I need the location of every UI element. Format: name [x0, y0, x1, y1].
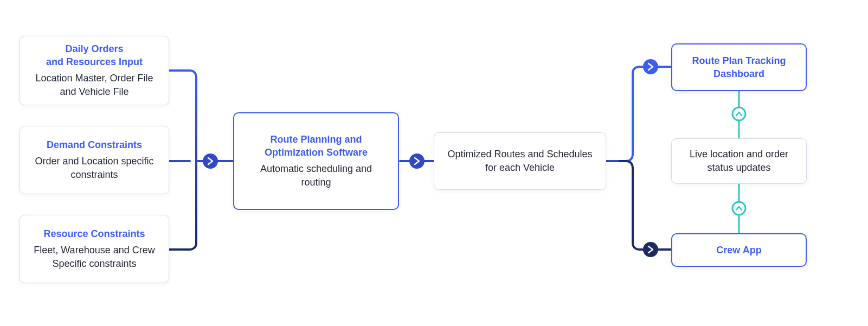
card-body: Optimized Routes and Schedules for each …	[446, 148, 594, 175]
svg-point-4	[203, 154, 218, 169]
card-title: Crew App	[684, 244, 794, 257]
chevron-right-icon	[643, 242, 658, 257]
card-body: Order and Location specific constraints	[32, 155, 157, 182]
card-body: Automatic scheduling and routing	[246, 162, 386, 189]
input-card-demand-constraints: Demand Constraints Order and Location sp…	[20, 126, 169, 194]
card-title: Daily Ordersand Resources Input	[32, 42, 157, 69]
card-live-status: Live location and order status updates	[671, 138, 807, 184]
card-crew-app: Crew App	[671, 233, 807, 267]
card-title: Route Planning and Optimization Software	[246, 133, 386, 159]
chevron-right-icon	[203, 154, 218, 169]
card-body: Location Master, Order File and Vehicle …	[32, 72, 157, 99]
card-optimized-routes: Optimized Routes and Schedules for each …	[434, 132, 606, 190]
card-body: Fleet, Warehouse and Crew Specific const…	[32, 244, 157, 271]
center-card-route-planning-software: Route Planning and Optimization Software…	[233, 112, 399, 210]
chevron-right-icon	[409, 154, 425, 169]
chevron-right-icon	[643, 59, 658, 74]
svg-point-14	[732, 107, 745, 120]
svg-point-13	[732, 202, 745, 215]
input-card-resource-constraints: Resource Constraints Fleet, Warehouse an…	[20, 215, 169, 283]
card-title: Route Plan Tracking Dashboard	[684, 54, 794, 81]
svg-point-6	[409, 154, 425, 169]
card-title: Demand Constraints	[32, 138, 157, 151]
chevron-up-icon	[732, 202, 745, 215]
input-card-daily-orders: Daily Ordersand Resources Input Location…	[20, 36, 169, 105]
card-body: Live location and order status updates	[684, 148, 794, 175]
svg-point-10	[643, 242, 658, 257]
card-route-plan-dashboard: Route Plan Tracking Dashboard	[671, 43, 807, 91]
svg-point-9	[643, 59, 658, 74]
chevron-up-icon	[732, 107, 745, 120]
card-title: Resource Constraints	[32, 227, 157, 240]
